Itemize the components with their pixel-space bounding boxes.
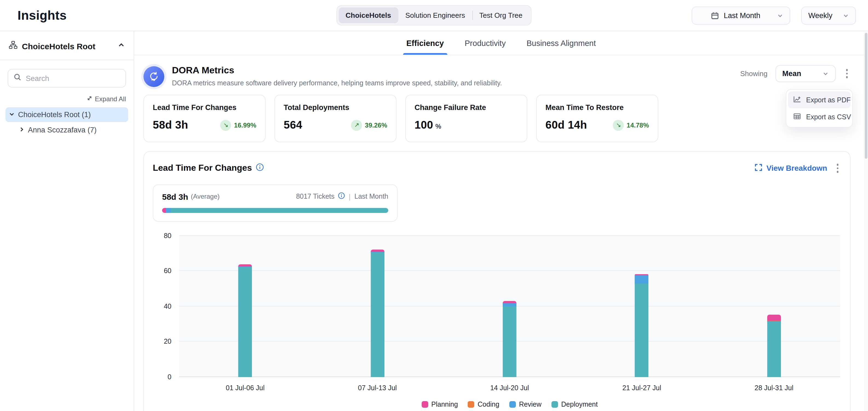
tab-productivity[interactable]: Productivity	[464, 39, 507, 55]
menu-item-label: Export as PDF	[806, 96, 851, 104]
metric-card-mean-time-to-restore: Mean Time To Restore 60d 14h ↘14.78%	[536, 95, 658, 142]
tab-efficiency[interactable]: Efficiency	[405, 39, 445, 55]
trend-down-icon: ↘	[220, 119, 231, 131]
aggregation-select[interactable]: Mean	[775, 65, 835, 82]
granularity-select[interactable]: Weekly	[801, 6, 856, 24]
stacked-bar[interactable]	[503, 236, 517, 377]
expand-all-button[interactable]: Expand All	[87, 95, 126, 103]
legend-swatch	[509, 401, 516, 407]
stacked-bar[interactable]	[635, 236, 649, 377]
section-overflow-menu-button[interactable]	[834, 160, 841, 176]
metric-card-value: 60d 14h	[546, 119, 587, 131]
progress-segment-review	[166, 208, 171, 213]
legend-item-deployment[interactable]: Deployment	[552, 400, 598, 408]
x-axis-tick: 21 Jul-27 Jul	[576, 384, 708, 391]
legend-item-review[interactable]: Review	[509, 400, 541, 408]
table-icon	[793, 112, 801, 122]
y-axis-tick: 60	[164, 267, 172, 275]
sidebar-search	[8, 69, 126, 88]
chart-line-icon	[793, 95, 801, 105]
info-icon[interactable]	[256, 163, 264, 173]
section-title: Lead Time For Changes	[153, 163, 252, 173]
y-axis-tick: 0	[167, 373, 172, 381]
stacked-bar[interactable]	[238, 236, 252, 377]
separator: |	[349, 192, 351, 201]
metric-card-delta: 39.26%	[365, 121, 387, 129]
org-tab-choicehotels[interactable]: ChoiceHotels	[338, 7, 398, 23]
metric-card-delta: 16.99%	[234, 121, 256, 129]
search-input[interactable]	[26, 74, 120, 82]
date-range-select[interactable]: Last Month	[692, 6, 790, 24]
metric-card-title: Lead Time For Changes	[153, 103, 256, 112]
bar-segment-deployment	[767, 322, 781, 377]
bar-slot	[311, 236, 443, 377]
org-tree: ChoiceHotels Root (1) Anna Scozzafava (7…	[0, 106, 134, 137]
stacked-bar[interactable]	[370, 236, 384, 377]
x-axis-tick: 07 Jul-13 Jul	[311, 384, 443, 391]
metric-card-lead-time: Lead Time For Changes 58d 3h ↘16.99%	[144, 95, 266, 142]
legend-label: Coding	[477, 400, 499, 408]
bar-segment-planning	[370, 250, 384, 252]
metric-card-value: 564	[284, 119, 302, 131]
tree-node-label: Anna Scozzafava (7)	[28, 126, 97, 134]
org-tree-sidebar: ChoiceHotels Root Exp	[0, 31, 134, 411]
chart-plot: 020406080	[179, 236, 840, 377]
legend-label: Deployment	[561, 400, 598, 408]
export-menu: Export as PDF Export as CSV	[786, 89, 852, 128]
bar-segment-deployment	[238, 267, 252, 377]
view-breakdown-label: View Breakdown	[767, 164, 827, 173]
tree-node-root[interactable]: ChoiceHotels Root (1)	[5, 107, 128, 122]
chart-x-labels: 01 Jul-06 Jul07 Jul-13 Jul14 Jul-20 Jul2…	[179, 384, 840, 391]
top-bar: Insights ChoiceHotels Solution Engineers…	[0, 0, 868, 31]
menu-item-export-pdf[interactable]: Export as PDF	[788, 92, 850, 108]
summary-value: 58d 3h	[162, 192, 188, 201]
metric-card-title: Total Deployments	[284, 103, 387, 112]
page-title: Insights	[18, 8, 67, 23]
metric-tabs: Efficiency Productivity Business Alignme…	[134, 31, 868, 55]
tree-node-label: ChoiceHotels Root (1)	[18, 110, 91, 119]
chart-legend: PlanningCodingReviewDeployment	[179, 400, 840, 408]
view-breakdown-button[interactable]: View Breakdown	[755, 164, 827, 173]
tab-business-alignment[interactable]: Business Alignment	[525, 39, 597, 55]
bar-segment-planning	[503, 301, 517, 303]
legend-item-planning[interactable]: Planning	[422, 400, 458, 408]
dora-header: DORA Metrics DORA metrics measure softwa…	[144, 65, 850, 87]
dora-overflow-menu-button[interactable]	[843, 66, 850, 81]
bar-slot	[708, 236, 840, 377]
bar-segment-deployment	[635, 283, 649, 377]
average-summary-card: 58d 3h (Average) 8017 Tickets | Last Mon…	[153, 184, 398, 221]
org-tab-test-org-tree[interactable]: Test Org Tree	[472, 7, 530, 23]
tickets-count: 8017 Tickets	[296, 193, 334, 200]
org-switcher: ChoiceHotels Solution Engineers Test Org…	[336, 5, 532, 26]
progress-segment-planning	[162, 208, 166, 213]
legend-label: Review	[519, 400, 541, 408]
showing-label: Showing	[740, 69, 768, 78]
stacked-bar[interactable]	[767, 236, 781, 377]
bar-segment-planning	[767, 315, 781, 321]
org-tab-label: Test Org Tree	[479, 11, 522, 20]
y-axis-tick: 20	[164, 338, 172, 345]
info-icon[interactable]	[338, 192, 345, 201]
summary-period: Last Month	[354, 193, 388, 200]
x-axis-tick: 01 Jul-06 Jul	[179, 384, 311, 391]
chevron-down-icon[interactable]	[9, 110, 15, 119]
collapse-chevron-icon[interactable]	[118, 41, 125, 51]
sidebar-header[interactable]: ChoiceHotels Root	[0, 31, 134, 60]
legend-item-coding[interactable]: Coding	[468, 400, 499, 408]
chevron-down-icon	[822, 71, 828, 77]
menu-item-export-csv[interactable]: Export as CSV	[788, 108, 850, 125]
tree-node-child[interactable]: Anna Scozzafava (7)	[16, 123, 128, 137]
org-tree-icon	[9, 40, 18, 52]
bar-segment-review	[635, 275, 649, 283]
expand-all-label: Expand All	[95, 95, 126, 103]
scrollbar-thumb[interactable]	[865, 33, 867, 159]
aggregation-value: Mean	[782, 69, 801, 78]
bar-slot	[576, 236, 708, 377]
metric-card-total-deployments: Total Deployments 564 ↗39.26%	[274, 95, 397, 142]
org-tab-solution-engineers[interactable]: Solution Engineers	[398, 7, 472, 23]
dora-cycle-icon	[144, 66, 164, 87]
chevron-right-icon[interactable]	[19, 126, 25, 134]
search-icon	[14, 73, 21, 83]
legend-swatch	[552, 401, 558, 407]
metric-cards: Lead Time For Changes 58d 3h ↘16.99% Tot…	[144, 95, 850, 142]
